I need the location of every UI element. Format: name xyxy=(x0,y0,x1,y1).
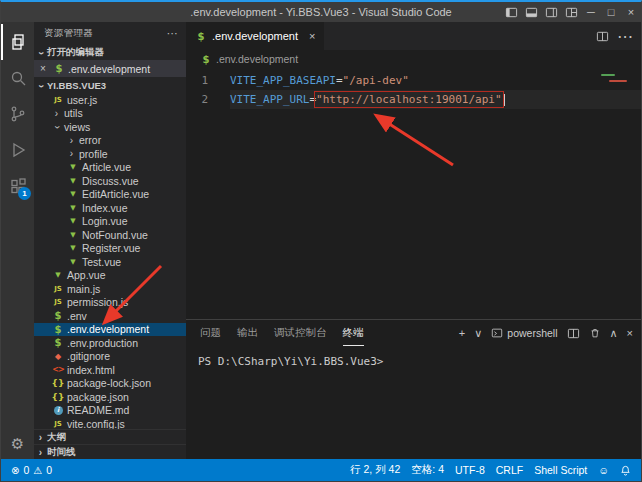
tree-item-profile[interactable]: ›profile xyxy=(34,147,186,161)
line-number: 2 xyxy=(186,90,208,109)
chevron-right-icon: › xyxy=(67,135,76,146)
close-editor-icon[interactable]: × xyxy=(40,63,50,74)
close-window-button[interactable]: × xyxy=(621,2,641,22)
run-debug-icon[interactable] xyxy=(1,132,34,168)
settings-gear-icon[interactable]: ⚙ xyxy=(11,435,24,453)
minimize-button[interactable]: ─ xyxy=(581,2,601,22)
terminal-dropdown-icon[interactable]: ∨ xyxy=(474,327,482,340)
warnings-icon[interactable]: ⚠ xyxy=(33,465,42,476)
chevron-right-icon: › xyxy=(36,432,45,443)
tab-output[interactable]: 输出 xyxy=(237,320,258,346)
tree-item-package-json[interactable]: {}package.json xyxy=(34,390,186,404)
explorer-icon[interactable] xyxy=(1,24,34,60)
chevron-right-icon: › xyxy=(67,148,76,159)
tree-item-editarticle-vue[interactable]: ▼EditArticle.vue xyxy=(34,188,186,202)
eol-sequence[interactable]: CRLF xyxy=(496,464,523,476)
search-icon[interactable] xyxy=(1,60,34,96)
extensions-icon[interactable]: 1 xyxy=(1,168,34,204)
terminal-output[interactable]: PS D:\CSharp\Yi\Yi.BBS.Vue3> xyxy=(186,346,641,459)
maximize-panel-icon[interactable]: ∧ xyxy=(610,327,618,340)
errors-count[interactable]: 0 xyxy=(23,464,29,476)
chevron-right-icon: › xyxy=(52,108,61,119)
code-editor[interactable]: 1 2 VITE_APP_BASEAPI="/api-dev" VITE_APP… xyxy=(186,68,641,319)
tree-item-article-vue[interactable]: ▼Article.vue xyxy=(34,161,186,175)
close-tab-icon[interactable]: × xyxy=(309,30,315,42)
maximize-button[interactable]: □ xyxy=(601,2,621,22)
split-editor-icon[interactable] xyxy=(596,30,609,43)
tab-label: .env.development xyxy=(212,30,298,42)
tree-item-package-lock-json[interactable]: {}package-lock.json xyxy=(34,377,186,391)
tree-item-index-html[interactable]: <>index.html xyxy=(34,363,186,377)
tab-env-development[interactable]: $ .env.development × xyxy=(186,22,324,50)
source-control-icon[interactable] xyxy=(1,96,34,132)
customize-layout-icon[interactable] xyxy=(561,2,581,22)
tree-item-readme-md[interactable]: iREADME.md xyxy=(34,404,186,418)
sidebar-title: 资源管理器 xyxy=(44,27,93,40)
tree-item-vite-config-js[interactable]: JSvite.config.js xyxy=(34,417,186,429)
shell-file-icon: $ xyxy=(52,337,64,348)
tree-item-discuss-vue[interactable]: ▼Discuss.vue xyxy=(34,174,186,188)
tree-item-register-vue[interactable]: ▼Register.vue xyxy=(34,242,186,256)
editor-group: $ .env.development × ⋯ $ .env.developmen… xyxy=(186,22,641,459)
status-right: 行 2, 列 42 空格: 4 UTF-8 CRLF Shell Script … xyxy=(350,463,631,477)
errors-icon[interactable]: ⊗ xyxy=(11,465,19,476)
tree-item-app-vue[interactable]: ▼App.vue xyxy=(34,269,186,283)
tab-problems[interactable]: 问题 xyxy=(200,320,221,346)
encoding[interactable]: UTF-8 xyxy=(455,464,485,476)
notifications-bell-icon[interactable] xyxy=(620,465,631,476)
breadcrumb-item[interactable]: .env.development xyxy=(216,53,298,65)
breadcrumb[interactable]: $ .env.development xyxy=(186,50,641,68)
project-header[interactable]: › YI.BBS.VUE3 xyxy=(34,77,186,93)
tree-item-env-development[interactable]: $.env.development xyxy=(34,323,186,337)
minimap-mark-green xyxy=(601,74,615,76)
tree-item-views[interactable]: ›views xyxy=(34,120,186,134)
timeline-section[interactable]: › 时间线 xyxy=(34,444,186,459)
tree-item-env[interactable]: $.env xyxy=(34,309,186,323)
info-icon: i xyxy=(54,406,63,415)
tree-item-permission-js[interactable]: JSpermission.js xyxy=(34,296,186,310)
extensions-badge: 1 xyxy=(18,187,31,200)
json-icon: {} xyxy=(52,378,64,389)
tree-item-main-js[interactable]: JSmain.js xyxy=(34,282,186,296)
more-actions-icon[interactable]: ⋯ xyxy=(617,27,633,46)
tree-item-user-js[interactable]: JSuser.js xyxy=(34,93,186,107)
cursor-position[interactable]: 行 2, 列 42 xyxy=(350,463,400,477)
open-editors-header[interactable]: › 打开的编辑器 xyxy=(34,44,186,60)
terminal-actions: + ∨ powershell ∧ × xyxy=(459,327,633,340)
tree-item-utils[interactable]: ›utils xyxy=(34,107,186,121)
toggle-panel-icon[interactable] xyxy=(521,2,541,22)
indentation[interactable]: 空格: 4 xyxy=(411,463,444,477)
vue-icon: ▼ xyxy=(67,229,79,240)
split-terminal-icon[interactable] xyxy=(567,327,580,340)
shell-file-icon: $ xyxy=(200,54,212,65)
tree-item-env-production[interactable]: $.env.production xyxy=(34,336,186,350)
kill-terminal-trash-icon[interactable] xyxy=(589,327,601,339)
tab-terminal[interactable]: 终端 xyxy=(343,320,364,346)
tree-item-gitignore[interactable]: ◆.gitignore xyxy=(34,350,186,364)
tree-item-index-vue[interactable]: ▼Index.vue xyxy=(34,201,186,215)
project-label: YI.BBS.VUE3 xyxy=(47,80,106,91)
language-mode[interactable]: Shell Script xyxy=(534,464,587,476)
toggle-sidebar-icon[interactable] xyxy=(501,2,521,22)
vue-icon: ▼ xyxy=(67,189,79,200)
tree-item-login-vue[interactable]: ▼Login.vue xyxy=(34,215,186,229)
open-editor-item[interactable]: × $ .env.development xyxy=(34,60,186,77)
feedback-smiley-icon[interactable]: ☺ xyxy=(598,464,609,476)
warnings-count[interactable]: 0 xyxy=(46,464,52,476)
tree-item-error[interactable]: ›error xyxy=(34,134,186,148)
vue-icon: ▼ xyxy=(67,175,79,186)
tab-debug-console[interactable]: 调试控制台 xyxy=(274,320,327,346)
outline-section[interactable]: › 大纲 xyxy=(34,429,186,444)
new-terminal-icon[interactable]: + xyxy=(459,327,465,339)
editor-actions: ⋯ xyxy=(588,22,641,50)
chevron-right-icon: › xyxy=(36,447,45,458)
tree-item-test-vue[interactable]: ▼Test.vue xyxy=(34,255,186,269)
shell-file-icon: $ xyxy=(52,310,64,321)
close-panel-icon[interactable]: × xyxy=(627,327,633,339)
more-actions-icon[interactable]: ⋯ xyxy=(167,27,178,40)
shell-selector[interactable]: powershell xyxy=(491,327,557,339)
annotation-box: "http://localhost:19001/api" xyxy=(316,93,501,106)
tree-item-notfound-vue[interactable]: ▼NotFound.vue xyxy=(34,228,186,242)
toggle-secondary-sidebar-icon[interactable] xyxy=(541,2,561,22)
shell-file-icon: $ xyxy=(195,31,207,42)
